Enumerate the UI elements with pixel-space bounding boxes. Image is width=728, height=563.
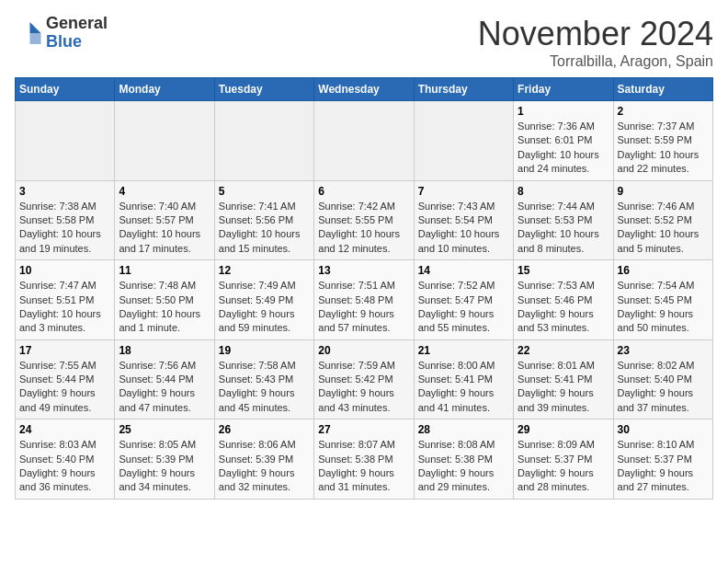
calendar-table: SundayMondayTuesdayWednesdayThursdayFrid…: [15, 77, 713, 500]
calendar-week-row: 1Sunrise: 7:36 AMSunset: 6:01 PMDaylight…: [16, 101, 713, 181]
calendar-cell: 21Sunrise: 8:00 AMSunset: 5:41 PMDayligh…: [414, 339, 513, 419]
day-info: Sunrise: 8:06 AMSunset: 5:39 PMDaylight:…: [219, 438, 310, 495]
calendar-cell: [16, 101, 115, 181]
calendar-cell: 1Sunrise: 7:36 AMSunset: 6:01 PMDaylight…: [514, 101, 613, 181]
svg-marker-1: [30, 33, 41, 44]
calendar-cell: 5Sunrise: 7:41 AMSunset: 5:56 PMDaylight…: [214, 180, 313, 260]
calendar-cell: 28Sunrise: 8:08 AMSunset: 5:38 PMDayligh…: [414, 419, 513, 500]
day-info: Sunrise: 7:59 AMSunset: 5:42 PMDaylight:…: [318, 359, 409, 416]
day-number: 28: [418, 423, 509, 436]
day-number: 14: [418, 264, 509, 277]
day-info: Sunrise: 8:05 AMSunset: 5:39 PMDaylight:…: [119, 438, 210, 495]
day-info: Sunrise: 7:54 AMSunset: 5:45 PMDaylight:…: [618, 279, 709, 336]
logo-blue: Blue: [46, 32, 82, 51]
day-number: 8: [518, 185, 609, 198]
day-number: 22: [518, 344, 609, 357]
calendar-cell: 25Sunrise: 8:05 AMSunset: 5:39 PMDayligh…: [115, 419, 214, 500]
day-info: Sunrise: 7:44 AMSunset: 5:53 PMDaylight:…: [518, 200, 609, 257]
calendar-cell: [314, 101, 414, 181]
day-info: Sunrise: 8:01 AMSunset: 5:41 PMDaylight:…: [518, 359, 609, 416]
day-number: 3: [19, 185, 110, 198]
day-info: Sunrise: 7:38 AMSunset: 5:58 PMDaylight:…: [19, 200, 110, 257]
day-number: 11: [119, 264, 210, 277]
day-info: Sunrise: 7:46 AMSunset: 5:52 PMDaylight:…: [618, 200, 709, 257]
logo-general: General: [46, 14, 108, 32]
logo: General Blue: [15, 15, 108, 52]
day-info: Sunrise: 7:49 AMSunset: 5:49 PMDaylight:…: [219, 279, 310, 336]
day-number: 26: [219, 423, 310, 436]
day-number: 24: [19, 423, 110, 436]
calendar-cell: 16Sunrise: 7:54 AMSunset: 5:45 PMDayligh…: [613, 260, 712, 340]
calendar-cell: [115, 101, 214, 181]
day-number: 18: [119, 344, 210, 357]
logo-icon: [15, 19, 42, 47]
calendar-cell: 7Sunrise: 7:43 AMSunset: 5:54 PMDaylight…: [414, 180, 513, 260]
day-number: 5: [219, 185, 310, 198]
weekday-header-saturday: Saturday: [613, 78, 712, 101]
day-number: 25: [119, 423, 210, 436]
calendar-week-row: 17Sunrise: 7:55 AMSunset: 5:44 PMDayligh…: [16, 339, 713, 419]
calendar-cell: 22Sunrise: 8:01 AMSunset: 5:41 PMDayligh…: [514, 339, 613, 419]
day-number: 27: [318, 423, 409, 436]
day-number: 29: [518, 423, 609, 436]
day-info: Sunrise: 7:42 AMSunset: 5:55 PMDaylight:…: [318, 200, 409, 257]
day-info: Sunrise: 7:43 AMSunset: 5:54 PMDaylight:…: [418, 200, 509, 257]
calendar-cell: 3Sunrise: 7:38 AMSunset: 5:58 PMDaylight…: [16, 180, 115, 260]
calendar-cell: 17Sunrise: 7:55 AMSunset: 5:44 PMDayligh…: [16, 339, 115, 419]
day-number: 15: [518, 264, 609, 277]
day-number: 23: [618, 344, 709, 357]
day-info: Sunrise: 7:58 AMSunset: 5:43 PMDaylight:…: [219, 359, 310, 416]
location-title: Torralbilla, Aragon, Spain: [478, 53, 713, 70]
calendar-cell: 24Sunrise: 8:03 AMSunset: 5:40 PMDayligh…: [16, 419, 115, 500]
day-number: 21: [418, 344, 509, 357]
calendar-cell: 14Sunrise: 7:52 AMSunset: 5:47 PMDayligh…: [414, 260, 513, 340]
day-info: Sunrise: 7:55 AMSunset: 5:44 PMDaylight:…: [19, 359, 110, 416]
calendar-cell: 13Sunrise: 7:51 AMSunset: 5:48 PMDayligh…: [314, 260, 414, 340]
calendar-cell: 8Sunrise: 7:44 AMSunset: 5:53 PMDaylight…: [514, 180, 613, 260]
calendar-cell: 18Sunrise: 7:56 AMSunset: 5:44 PMDayligh…: [115, 339, 214, 419]
day-number: 6: [318, 185, 409, 198]
calendar-cell: 6Sunrise: 7:42 AMSunset: 5:55 PMDaylight…: [314, 180, 414, 260]
calendar-cell: [414, 101, 513, 181]
day-info: Sunrise: 8:09 AMSunset: 5:37 PMDaylight:…: [518, 438, 609, 495]
weekday-header-wednesday: Wednesday: [314, 78, 414, 101]
day-number: 2: [618, 105, 709, 118]
day-info: Sunrise: 7:41 AMSunset: 5:56 PMDaylight:…: [219, 200, 310, 257]
calendar-cell: [214, 101, 313, 181]
weekday-header-thursday: Thursday: [414, 78, 513, 101]
day-number: 30: [618, 423, 709, 436]
calendar-cell: 10Sunrise: 7:47 AMSunset: 5:51 PMDayligh…: [16, 260, 115, 340]
weekday-header-sunday: Sunday: [16, 78, 115, 101]
calendar-cell: 15Sunrise: 7:53 AMSunset: 5:46 PMDayligh…: [514, 260, 613, 340]
month-title: November 2024: [478, 15, 713, 53]
calendar-header-row: SundayMondayTuesdayWednesdayThursdayFrid…: [16, 78, 713, 101]
day-info: Sunrise: 8:08 AMSunset: 5:38 PMDaylight:…: [418, 438, 509, 495]
page-header: General Blue November 2024 Torralbilla, …: [15, 15, 713, 70]
day-number: 10: [19, 264, 110, 277]
calendar-cell: 2Sunrise: 7:37 AMSunset: 5:59 PMDaylight…: [613, 101, 712, 181]
day-info: Sunrise: 8:00 AMSunset: 5:41 PMDaylight:…: [418, 359, 509, 416]
day-info: Sunrise: 7:47 AMSunset: 5:51 PMDaylight:…: [19, 279, 110, 336]
calendar-cell: 26Sunrise: 8:06 AMSunset: 5:39 PMDayligh…: [214, 419, 313, 500]
day-info: Sunrise: 7:48 AMSunset: 5:50 PMDaylight:…: [119, 279, 210, 336]
day-number: 20: [318, 344, 409, 357]
logo-text: General Blue: [46, 15, 108, 52]
calendar-cell: 23Sunrise: 8:02 AMSunset: 5:40 PMDayligh…: [613, 339, 712, 419]
calendar-cell: 29Sunrise: 8:09 AMSunset: 5:37 PMDayligh…: [514, 419, 613, 500]
calendar-cell: 20Sunrise: 7:59 AMSunset: 5:42 PMDayligh…: [314, 339, 414, 419]
day-info: Sunrise: 7:53 AMSunset: 5:46 PMDaylight:…: [518, 279, 609, 336]
calendar-cell: 27Sunrise: 8:07 AMSunset: 5:38 PMDayligh…: [314, 419, 414, 500]
day-number: 12: [219, 264, 310, 277]
calendar-cell: 12Sunrise: 7:49 AMSunset: 5:49 PMDayligh…: [214, 260, 313, 340]
day-number: 9: [618, 185, 709, 198]
calendar-week-row: 24Sunrise: 8:03 AMSunset: 5:40 PMDayligh…: [16, 419, 713, 500]
weekday-header-tuesday: Tuesday: [214, 78, 313, 101]
day-number: 13: [318, 264, 409, 277]
day-info: Sunrise: 8:10 AMSunset: 5:37 PMDaylight:…: [618, 438, 709, 495]
day-number: 1: [518, 105, 609, 118]
calendar-week-row: 3Sunrise: 7:38 AMSunset: 5:58 PMDaylight…: [16, 180, 713, 260]
calendar-cell: 30Sunrise: 8:10 AMSunset: 5:37 PMDayligh…: [613, 419, 712, 500]
weekday-header-monday: Monday: [115, 78, 214, 101]
day-info: Sunrise: 7:56 AMSunset: 5:44 PMDaylight:…: [119, 359, 210, 416]
weekday-header-friday: Friday: [514, 78, 613, 101]
